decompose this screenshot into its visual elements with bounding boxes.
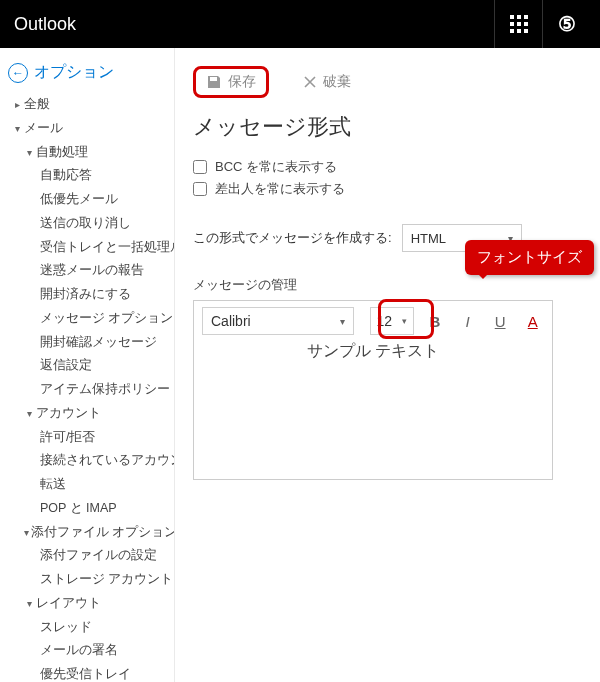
font-size-value: 12 [377,313,393,329]
sidebar-item-auto-process[interactable]: ▾自動処理 [6,141,174,165]
italic-button[interactable]: I [456,313,479,330]
show-from-checkbox[interactable] [193,182,207,196]
sidebar-item-junk-report[interactable]: 迷惑メールの報告 [6,259,174,283]
sidebar-item-attach-settings[interactable]: 添付ファイルの設定 [6,544,174,568]
sidebar-item-inbox-rules[interactable]: 受信トレイと一括処理ルー [6,236,174,260]
compose-format-label: この形式でメッセージを作成する: [193,229,392,247]
skype-icon: ⑤ [558,12,576,36]
show-bcc-checkbox[interactable] [193,160,207,174]
sidebar-item-storage-acct[interactable]: ストレージ アカウント [6,568,174,592]
sample-text: サンプル テキスト [194,341,552,362]
app-brand: Outlook [14,14,76,35]
sidebar-item-layout[interactable]: ▾レイアウト [6,592,174,616]
sidebar-item-block-allow[interactable]: 許可/拒否 [6,426,174,450]
discard-button[interactable]: 破棄 [293,67,361,97]
sidebar-item-read-receipt[interactable]: 開封確認メッセージ [6,331,174,355]
bold-button[interactable]: B [424,313,447,330]
sidebar-item-forwarding[interactable]: 転送 [6,473,174,497]
compose-format-value: HTML [411,231,446,246]
sidebar-item-message-options[interactable]: メッセージ オプション [6,307,174,331]
back-to-options[interactable]: ← オプション [6,58,174,93]
sidebar-item-reply-settings[interactable]: 返信設定 [6,354,174,378]
sidebar-item-attach-opts[interactable]: ▾添付ファイル オプション [6,521,174,545]
sidebar-item-mark-read[interactable]: 開封済みにする [6,283,174,307]
sidebar-item-account[interactable]: ▾アカウント [6,402,174,426]
font-size-select[interactable]: 12 ▾ [370,307,414,335]
editor-section-label: メッセージの管理 [193,276,590,294]
sidebar-item-low-priority[interactable]: 低優先メール [6,188,174,212]
sidebar-item-retention[interactable]: アイテム保持ポリシー [6,378,174,402]
save-label: 保存 [228,73,256,91]
annotation-font-size-callout: フォントサイズ [465,240,594,275]
sidebar-item-mail[interactable]: ▾メール [6,117,174,141]
sidebar-item-connected[interactable]: 接続されているアカウント [6,449,174,473]
sidebar-item-auto-reply[interactable]: 自動応答 [6,164,174,188]
show-from-row[interactable]: 差出人を常に表示する [193,180,590,198]
sidebar-item-thread[interactable]: スレッド [6,616,174,640]
app-launcher-button[interactable] [494,0,542,48]
chevron-down-icon: ▾ [340,316,345,327]
font-family-value: Calibri [211,313,251,329]
font-color-button[interactable]: A [521,313,544,330]
discard-label: 破棄 [323,73,351,91]
font-family-select[interactable]: Calibri ▾ [202,307,354,335]
sidebar-item-undo-send[interactable]: 送信の取り消し [6,212,174,236]
sidebar-item-focused[interactable]: 優先受信トレイ [6,663,174,682]
sidebar-item-pop-imap[interactable]: POP と IMAP [6,497,174,521]
save-button[interactable]: 保存 [193,66,269,98]
waffle-icon [510,15,528,33]
chevron-down-icon: ▾ [402,316,407,326]
underline-button[interactable]: U [489,313,512,330]
sidebar-item-general[interactable]: ▸全般 [6,93,174,117]
show-from-label: 差出人を常に表示する [215,180,345,198]
page-title: メッセージ形式 [193,112,590,142]
save-icon [206,74,222,90]
sidebar-item-signature[interactable]: メールの署名 [6,639,174,663]
skype-button[interactable]: ⑤ [542,0,590,48]
back-arrow-icon: ← [8,63,28,83]
show-bcc-label: BCC を常に表示する [215,158,337,176]
options-title-label: オプション [34,62,114,83]
format-editor: Calibri ▾ 12 ▾ B I U A サンプル テキスト [193,300,553,480]
discard-icon [303,75,317,89]
show-bcc-row[interactable]: BCC を常に表示する [193,158,590,176]
